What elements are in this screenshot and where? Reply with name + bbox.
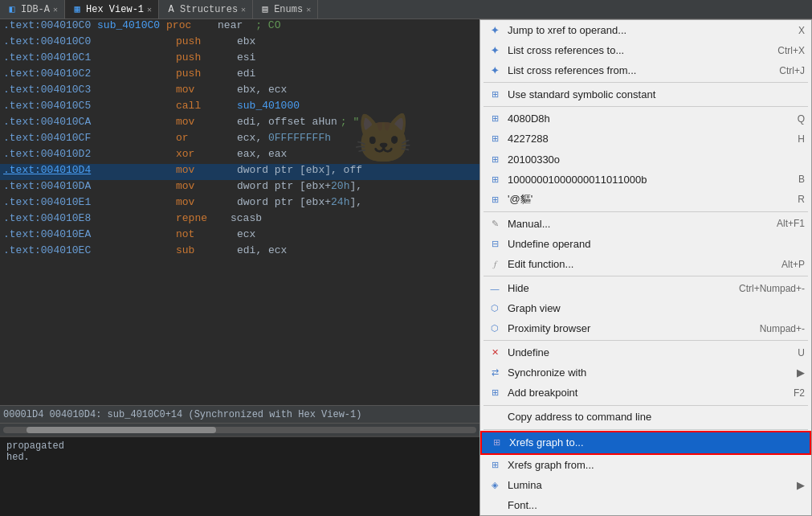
scrollbar-thumb[interactable] [27,427,216,433]
menu-item-undefine-operand[interactable]: ⊟ Undefine operand [480,234,811,254]
menu-item-4227288[interactable]: ⊞ 4227288 H [480,129,811,149]
menu-shortcut: Alt+P [781,259,805,270]
menu-shortcut: Alt+F1 [777,218,805,229]
code-content[interactable]: 🐱 .text:004010C0 sub_4010C0 proc near ; … [0,19,479,405]
op: dword ptr [ebx+24h], [237,196,362,208]
menu-item-proximity[interactable]: ⬡ Proximity browser Numpad+- [480,318,811,338]
menu-item-20100330o[interactable]: ⊞ 20100330o [480,149,811,169]
menu-label: Proximity browser [508,322,744,334]
menu-label: Graph view [508,302,805,314]
tab-enums[interactable]: ▤ Enums ✕ [253,0,318,18]
menu-label: List cross references from... [508,64,763,76]
code-line: .text:004010C0 sub_4010C0 proc near ; CO [0,19,479,35]
menu-item-graph-view[interactable]: ⬡ Graph view [480,298,811,318]
menu-label: 10000001000000011011000b [508,174,782,186]
menu-item-char[interactable]: ⊞ '@貙' R [480,190,811,210]
code-line: .text:004010C5 call sub_401000 [0,100,479,116]
menu-shortcut: Ctrl+J [779,65,805,76]
menu-separator [484,276,808,276]
tab-idb-a[interactable]: ◧ IDB-A ✕ [0,0,65,18]
status-text: 0000lD4 004010D4: sub_4010C0+14 (Synchro… [3,409,361,420]
op: scasb [231,212,262,224]
scrollbar-area[interactable] [0,423,479,436]
submenu-arrow: ▶ [797,367,805,379]
op: sub_401000 [237,100,300,112]
menu-label: Undefine [508,346,781,358]
tab-label-structures: Structures [180,4,238,15]
menu-label: '@貙' [508,192,781,207]
hex-icon: ⊞ [487,151,503,167]
menu-item-synchronize-with[interactable]: ⇄ Synchronize with ▶ [480,362,811,383]
op: ebx [237,35,255,47]
op: ecx [237,228,255,240]
op: eax, eax [237,148,287,160]
xref-icon: ✦ [487,23,503,39]
sync-icon: ⇄ [487,365,503,381]
menu-item-4080d8h[interactable]: ⊞ 4080D8h Q [480,109,811,129]
menu-item-undefine[interactable]: ✕ Undefine U [480,342,811,362]
menu-item-hide[interactable]: — Hide Ctrl+Numpad+- [480,278,811,298]
console-line-1: propagated [6,440,473,452]
tab-close-structures[interactable]: ✕ [241,5,246,14]
proximity-icon: ⬡ [487,321,503,337]
instr: not [176,228,224,240]
menu-label: List cross references to... [508,44,761,56]
menu-item-list-xref-to[interactable]: ✦ List cross references to... Ctrl+X [480,40,811,60]
menu-item-symbolic[interactable]: ⊞ Use standard symbolic constant [480,84,811,104]
hex-icon: ⊞ [487,191,503,207]
hex-icon: ⊞ [487,171,503,187]
tab-icon-structures: A [165,4,177,15]
addr: .text:004010C1 [3,51,128,63]
tab-close-idb-a[interactable]: ✕ [53,5,58,14]
tab-structures[interactable]: A Structures ✕ [159,0,253,18]
undefine-icon: ✕ [487,345,503,361]
menu-label: 4080D8h [508,113,781,125]
tab-close-hex-view-1[interactable]: ✕ [147,5,152,14]
menu-separator [484,405,808,406]
menu-label: Synchronize with [508,367,794,379]
status-bar: 0000lD4 004010D4: sub_4010C0+14 (Synchro… [0,405,479,423]
menu-item-font[interactable]: Font... [480,495,811,515]
menu-separator [484,82,808,83]
op: dword ptr [ebx], off [237,164,362,176]
tab-icon-idb-a: ◧ [6,4,18,15]
menu-item-manual[interactable]: ✎ Manual... Alt+F1 [480,214,811,234]
op: edi, ecx [237,244,287,256]
code-line: .text:004010D2 xor eax, eax [0,148,479,164]
breakpoint-icon: ⊞ [487,385,503,401]
addr: .text:004010EC [3,244,128,256]
menu-item-xrefs-graph-from[interactable]: ⊞ Xrefs graph from... [480,455,811,475]
menu-item-binary[interactable]: ⊞ 10000001000000011011000b B [480,170,811,190]
bottom-console: propagated hed. [0,436,479,516]
menu-shortcut: Ctrl+Numpad+- [739,283,805,294]
tab-label-enums: Enums [274,4,303,15]
instr: push [176,51,224,63]
menu-item-lumina[interactable]: ◈ Lumina ▶ [480,475,811,495]
menu-item-list-xref-from[interactable]: ✦ List cross references from... Ctrl+J [480,60,811,80]
addr: .text:004010C2 [3,68,128,80]
menu-shortcut: U [798,347,805,358]
menu-shortcut: Q [798,113,805,125]
menu-item-copy-address[interactable]: Copy address to command line [480,407,811,427]
manual-icon: ✎ [487,215,503,231]
font-icon [487,497,503,513]
instr: push [176,35,224,47]
op: near [218,19,243,31]
comment: ; " [341,116,359,128]
tab-close-enums[interactable]: ✕ [306,5,311,14]
edit-fn-icon: 𝑓 [487,256,503,272]
menu-item-edit-function[interactable]: 𝑓 Edit function... Alt+P [480,254,811,274]
menu-item-jump-xref[interactable]: ✦ Jump to xref to operand... X [480,20,811,40]
symbolic-icon: ⊞ [487,87,503,103]
tab-hex-view-1[interactable]: ▦ Hex View-1 ✕ [65,0,159,18]
menu-label: Add breakpoint [508,387,777,399]
scrollbar-track[interactable] [3,427,476,433]
menu-item-xrefs-graph-to[interactable]: ⊞ Xrefs graph to... [480,431,811,454]
instr: mov [176,196,224,208]
menu-label: Manual... [508,218,761,230]
addr: .text:004010E1 [3,196,128,208]
menu-item-add-breakpoint[interactable]: ⊞ Add breakpoint F2 [480,383,811,403]
code-line: .text:004010E8 repne scasb [0,212,479,228]
instr: mov [176,116,224,128]
undefine-op-icon: ⊟ [487,235,503,252]
